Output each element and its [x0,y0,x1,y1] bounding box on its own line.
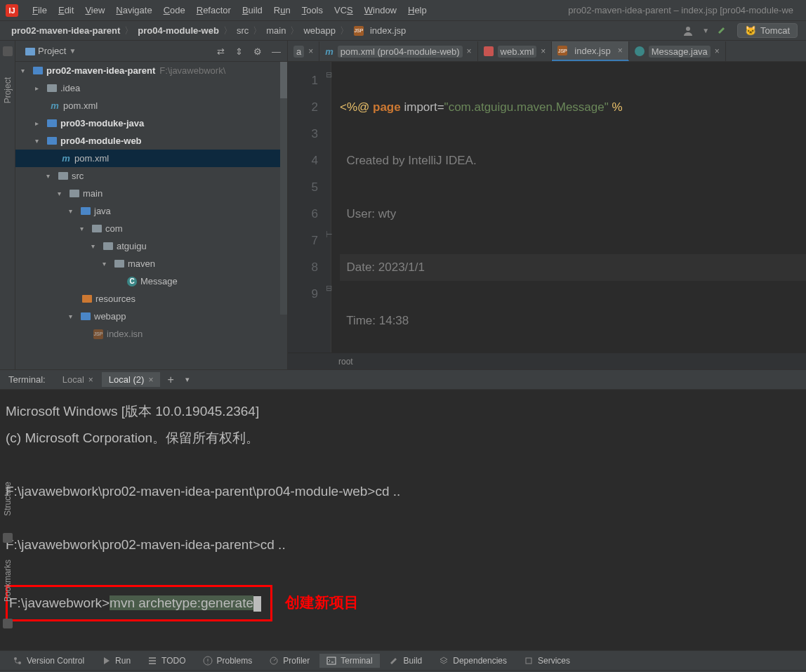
tree-mod3[interactable]: ▸ pro03-moduke-java [15,114,287,132]
tool-version-control[interactable]: Version Control [6,654,91,668]
tree-webapp[interactable]: ▾ webapp [15,308,287,325]
terminal-tab-local[interactable]: Local× [55,372,100,387]
tree-com[interactable]: ▾ com [15,220,287,237]
arrow-down-icon[interactable]: ▾ [80,225,88,232]
editor-tab-indexjsp[interactable]: JSPindex.jsp× [552,41,628,61]
expand-all-icon[interactable]: ⇕ [235,46,245,56]
tree-java[interactable]: ▾ java [15,202,287,220]
code-content[interactable]: <%@ page import="com.atguigu.maven.Messa… [331,62,806,353]
tree-message[interactable]: C Message [15,272,287,290]
menu-window[interactable]: Window [359,5,402,15]
terminal-output[interactable]: Microsoft Windows [版本 10.0.19045.2364](c… [0,390,806,650]
close-icon[interactable]: × [88,375,93,385]
editor-tab-a[interactable]: a× [288,41,319,61]
menu-run[interactable]: Run [268,5,296,15]
line-gutter: 1 2 3 4 5 6 7 8 9 [288,62,331,353]
tree-maven[interactable]: ▾ maven [15,255,287,272]
chevron-down-icon[interactable]: ▾ [181,375,194,384]
tree-pom4[interactable]: m pom.xml [15,150,287,167]
tool-dependencies[interactable]: Dependencies [432,654,514,668]
gear-icon[interactable]: ⚙ [253,46,263,56]
menu-vcs[interactable]: VCS [329,5,359,15]
tree-idea[interactable]: ▸ .idea [15,79,287,97]
menu-edit[interactable]: Edit [53,5,79,15]
arrow-right-icon[interactable]: ▸ [35,84,44,92]
menu-code[interactable]: Code [158,5,191,15]
arrow-down-icon[interactable]: ▾ [69,207,77,215]
tree-indexjsp[interactable]: JSP index.isn [15,325,287,343]
crumb-project[interactable]: pro02-maven-idea-parent [8,25,123,36]
side-tab-bookmarks[interactable]: Bookmarks [3,560,13,602]
project-view-selector[interactable]: Project ▼ [21,44,80,58]
tool-services[interactable]: Services [517,654,577,668]
close-icon[interactable]: × [308,46,313,56]
fold-icon[interactable]: ⊟ [326,284,337,293]
tree-pom-root[interactable]: m pom.xml [15,97,287,114]
structure-icon[interactable] [3,533,13,543]
close-icon[interactable]: × [467,46,472,56]
arrow-down-icon[interactable]: ▾ [69,312,77,320]
run-config-tomcat[interactable]: 🐱 Tomcat [737,23,798,38]
hammer-icon[interactable] [718,25,729,37]
crumb-main[interactable]: main [263,25,289,36]
user-icon[interactable] [682,25,694,37]
crumb-src[interactable]: src [234,25,251,36]
menu-tools[interactable]: Tools [296,5,329,15]
bookmarks-icon[interactable] [3,619,13,628]
editor-tab-message[interactable]: Message.java× [629,41,726,61]
tree-atguigu[interactable]: ▾ atguigu [15,237,287,255]
close-icon[interactable]: × [618,46,623,55]
left-gutter-bottom: Structure Bookmarks [0,482,15,634]
select-opened-icon[interactable]: ⇄ [217,46,227,56]
tool-terminal[interactable]: Terminal [319,654,379,668]
tree-scrollbar[interactable] [280,62,287,315]
side-tab-project[interactable]: Project [3,77,13,103]
tool-problems[interactable]: Problems [196,654,260,668]
crumb-webapp[interactable]: webapp [300,25,338,36]
menu-navigate[interactable]: Navigate [110,5,157,15]
tree-resources[interactable]: resources [15,290,287,308]
close-icon[interactable]: × [541,46,546,56]
tool-todo[interactable]: TODO [140,654,192,668]
crumb-file[interactable]: index.jsp [367,25,409,36]
fold-end-icon[interactable]: ⊢ [326,230,337,239]
crumb-module[interactable]: pro04-module-web [135,25,222,36]
terminal-tab-local2[interactable]: Local (2)× [102,372,161,387]
hide-icon[interactable]: — [272,46,282,56]
editor-breadcrumb[interactable]: root [288,353,806,369]
tree-mod4[interactable]: ▾ pro04-module-web [15,132,287,150]
arrow-down-icon[interactable]: ▾ [46,172,55,180]
editor-tab-pom[interactable]: mpom.xml (pro04-module-web)× [319,41,477,61]
close-icon[interactable]: × [148,375,153,385]
tree-scrollbar-thumb[interactable] [280,62,287,98]
arrow-down-icon[interactable]: ▾ [91,242,100,250]
arrow-down-icon[interactable]: ▾ [58,190,66,197]
side-tab-structure[interactable]: Structure [3,482,13,516]
menu-help[interactable]: Help [402,5,432,15]
project-tree[interactable]: ▾ pro02-maven-idea-parent F:\javawebwork… [15,62,287,369]
arrow-right-icon[interactable]: ▸ [35,119,44,127]
menu-refactor[interactable]: Refactor [191,5,237,15]
chevron-down-icon[interactable]: ▼ [702,27,709,34]
add-terminal-icon[interactable]: + [161,374,179,386]
editor-tab-webxml[interactable]: web.xml× [478,41,553,61]
tree-root[interactable]: ▾ pro02-maven-idea-parent F:\javawebwork… [15,62,287,79]
menu-view[interactable]: View [79,5,110,15]
tree-src[interactable]: ▾ src [15,167,287,185]
tool-run[interactable]: Run [94,654,138,668]
fold-icon[interactable]: ⊟ [326,70,337,79]
arrow-down-icon[interactable]: ▾ [35,137,44,145]
hammer-icon [390,656,399,666]
arrow-down-icon[interactable]: ▾ [21,67,29,74]
menu-file[interactable]: File [27,5,53,15]
tree-main[interactable]: ▾ main [15,185,287,202]
menu-build[interactable]: Build [237,5,268,15]
project-header: Project ▼ ⇄ ⇕ ⚙ — [15,41,287,62]
close-icon[interactable]: × [715,46,720,56]
project-tool-icon[interactable] [3,46,13,56]
code-editor[interactable]: 1 2 3 4 5 6 7 8 9 ⊟ ⊢ ⊟ <%@ page import=… [288,62,806,353]
tool-build[interactable]: Build [383,654,430,668]
arrow-down-icon[interactable]: ▾ [103,260,111,268]
xml-icon [484,46,494,56]
tool-profiler[interactable]: Profiler [262,654,317,668]
